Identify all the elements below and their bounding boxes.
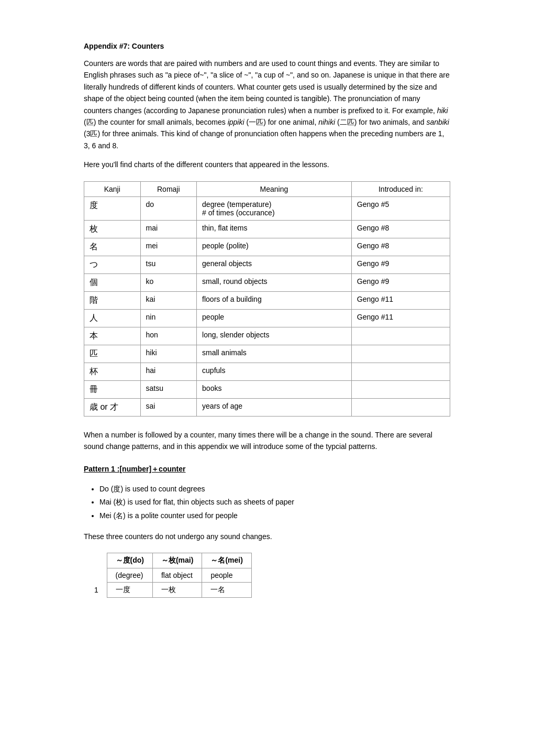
sound-change-paragraph: When a number is followed by a counter, … <box>84 429 450 453</box>
page-container: Appendix #7: Counters Counters are words… <box>31 0 503 640</box>
pattern-col-mai: ～枚(mai) <box>152 553 202 568</box>
pattern-cell-mai: 一枚 <box>152 583 202 598</box>
nihiki-end: for two animals, and <box>357 118 426 126</box>
ippiki-kanji: (一匹) <box>244 118 266 126</box>
col-meaning: Meaning <box>197 181 352 196</box>
cell-introduced <box>351 363 450 380</box>
cell-kanji: 本 <box>84 327 141 345</box>
pattern1-title: Pattern 1 :[number]＋counter <box>84 465 450 474</box>
pattern-cell-do: 一度 <box>107 583 152 598</box>
sanbiki-italic: sanbiki <box>426 118 449 126</box>
col-kanji: Kanji <box>84 181 141 196</box>
cell-introduced <box>351 380 450 398</box>
empty-cell <box>94 553 107 568</box>
intro-text-1: Counters are words that are paired with … <box>84 59 450 115</box>
cell-introduced: Gengo #9 <box>351 256 450 273</box>
cell-introduced: Gengo #5 <box>351 196 450 220</box>
col-introduced: Introduced in: <box>351 181 450 196</box>
table-row: 個kosmall, round objectsGengo #9 <box>84 273 450 291</box>
cell-kanji: 階 <box>84 291 141 309</box>
hiki-italic: hiki <box>437 106 448 115</box>
pattern-subheader-row: (degree) flat object people <box>94 568 251 583</box>
cell-introduced: Gengo #9 <box>351 273 450 291</box>
cell-meaning: floors of a building <box>197 291 352 309</box>
cell-meaning: degree (temperature)# of times (occuranc… <box>197 196 352 220</box>
table-row: 本honlong, slender objects <box>84 327 450 345</box>
ippiki-italic: ippiki <box>228 118 244 126</box>
cell-romaji: mai <box>140 220 197 238</box>
table-row: 杯haicupfuls <box>84 363 450 380</box>
pattern1-table: ～度(do) ～枚(mai) ～名(mei) (degree) flat obj… <box>94 553 252 598</box>
no-change-note: These three counters do not undergo any … <box>84 531 450 542</box>
pattern-table-row: 1一度一枚一名 <box>94 583 251 598</box>
pattern-row-num: 1 <box>94 583 107 598</box>
cell-romaji: sai <box>140 398 197 416</box>
cell-kanji: 個 <box>84 273 141 291</box>
table-row: 度dodegree (temperature)# of times (occur… <box>84 196 450 220</box>
empty-cell-2 <box>94 568 107 583</box>
table-header-row: Kanji Romaji Meaning Introduced in: <box>84 181 450 196</box>
table-row: 冊satsubooks <box>84 380 450 398</box>
cell-romaji: tsu <box>140 256 197 273</box>
cell-meaning: books <box>197 380 352 398</box>
cell-meaning: long, slender objects <box>197 327 352 345</box>
cell-meaning: small, round objects <box>197 273 352 291</box>
cell-kanji: 名 <box>84 238 141 256</box>
cell-introduced: Gengo #8 <box>351 220 450 238</box>
appendix-title: Appendix #7: Counters <box>84 42 450 50</box>
ippiki-end: for one animal, <box>266 118 318 126</box>
cell-meaning: small animals <box>197 345 352 363</box>
hiki-kanji: (匹) <box>84 118 96 126</box>
cell-romaji: nin <box>140 309 197 327</box>
cell-meaning: general objects <box>197 256 352 273</box>
cell-kanji: 冊 <box>84 380 141 398</box>
list-item: Mei (名) is a polite counter used for peo… <box>99 509 450 522</box>
cell-introduced: Gengo #8 <box>351 238 450 256</box>
table-row: 歳 or 才saiyears of age <box>84 398 450 416</box>
cell-kanji: 度 <box>84 196 141 220</box>
table-row: つtsugeneral objectsGengo #9 <box>84 256 450 273</box>
cell-kanji: つ <box>84 256 141 273</box>
sanbiki-kanji: (3匹) <box>84 129 100 138</box>
cell-meaning: people (polite) <box>197 238 352 256</box>
pattern-header-row: ～度(do) ～枚(mai) ～名(mei) <box>94 553 251 568</box>
cell-meaning: cupfuls <box>197 363 352 380</box>
cell-romaji: ko <box>140 273 197 291</box>
chart-intro: Here you'll find charts of the different… <box>84 159 450 170</box>
hiki-mid: the counter for small animals, becomes <box>96 118 227 126</box>
cell-romaji: mei <box>140 238 197 256</box>
nihiki-kanji: (二匹) <box>335 118 357 126</box>
cell-romaji: hiki <box>140 345 197 363</box>
col-romaji: Romaji <box>140 181 197 196</box>
cell-romaji: satsu <box>140 380 197 398</box>
pattern1-bullets: Do (度) is used to count degreesMai (枚) i… <box>84 483 450 522</box>
cell-kanji: 歳 or 才 <box>84 398 141 416</box>
intro-paragraph-1: Counters are words that are paired with … <box>84 58 450 151</box>
cell-kanji: 杯 <box>84 363 141 380</box>
list-item: Mai (枚) is used for flat, thin objects s… <box>99 496 450 509</box>
nihiki-italic: nihiki <box>318 118 335 126</box>
pattern-sub-mai: flat object <box>152 568 202 583</box>
cell-introduced <box>351 327 450 345</box>
cell-introduced: Gengo #11 <box>351 291 450 309</box>
cell-introduced <box>351 398 450 416</box>
cell-kanji: 人 <box>84 309 141 327</box>
pattern-sub-mei: people <box>202 568 251 583</box>
counters-table: Kanji Romaji Meaning Introduced in: 度dod… <box>84 181 450 417</box>
table-row: 枚maithin, flat itemsGengo #8 <box>84 220 450 238</box>
cell-romaji: do <box>140 196 197 220</box>
table-row: 名meipeople (polite)Gengo #8 <box>84 238 450 256</box>
cell-meaning: thin, flat items <box>197 220 352 238</box>
cell-introduced: Gengo #11 <box>351 309 450 327</box>
pattern-col-do: ～度(do) <box>107 553 152 568</box>
pattern-col-mei: ～名(mei) <box>202 553 251 568</box>
cell-introduced <box>351 345 450 363</box>
list-item: Do (度) is used to count degrees <box>99 483 450 496</box>
pattern-cell-mei: 一名 <box>202 583 251 598</box>
cell-kanji: 枚 <box>84 220 141 238</box>
table-row: 人ninpeopleGengo #11 <box>84 309 450 327</box>
cell-romaji: hon <box>140 327 197 345</box>
cell-meaning: people <box>197 309 352 327</box>
sanbiki-end: for three animals. This kind of change o… <box>84 129 444 149</box>
cell-romaji: hai <box>140 363 197 380</box>
